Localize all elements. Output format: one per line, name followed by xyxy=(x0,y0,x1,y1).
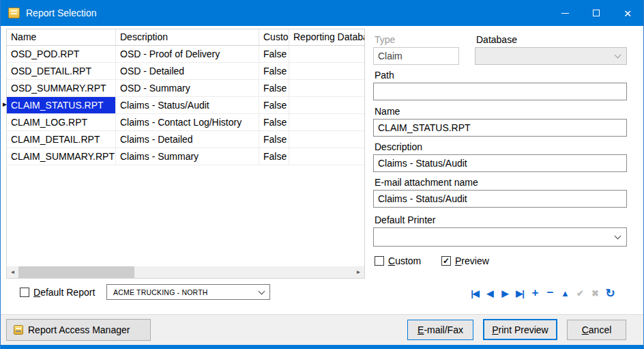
post-edit-button[interactable]: ✔ xyxy=(572,285,587,301)
report-grid: Name Description Custo Reporting Databa … xyxy=(6,29,365,279)
first-record-button[interactable]: |◀ xyxy=(467,285,482,301)
cell-description[interactable]: Claims - Contact Log/History xyxy=(116,114,259,131)
preview-checkbox[interactable]: ✓ xyxy=(441,256,451,266)
cancel-button[interactable]: Cancel xyxy=(567,320,626,340)
cell-reporting-database[interactable] xyxy=(289,97,364,114)
cell-reporting-database[interactable] xyxy=(289,148,364,165)
column-header-custom[interactable]: Custo xyxy=(259,29,289,45)
company-combo[interactable]: ACME TRUCKING - NORTH xyxy=(106,284,270,300)
name-label: Name xyxy=(375,106,400,117)
cell-reporting-database[interactable] xyxy=(289,80,364,97)
cell-reporting-database[interactable] xyxy=(289,46,364,63)
custom-label: Custom xyxy=(388,255,421,266)
grid-header: Name Description Custo Reporting Databa xyxy=(7,29,364,46)
cell-name[interactable]: OSD_POD.RPT xyxy=(7,46,116,63)
cell-custom[interactable]: False xyxy=(259,63,289,80)
next-record-button[interactable]: ▶ xyxy=(497,285,512,301)
bottom-bar: Report Access Manager E-mail/Fax Print P… xyxy=(1,314,643,345)
description-field[interactable] xyxy=(373,154,627,172)
cell-name[interactable]: CLAIM_SUMMARY.RPT xyxy=(7,148,116,165)
cell-description[interactable]: OSD - Proof of Delivery xyxy=(116,46,259,63)
cell-custom[interactable]: False xyxy=(259,80,289,97)
cell-custom[interactable]: False xyxy=(259,97,289,114)
table-row[interactable]: CLAIM_DETAIL.RPT Claims - Detailed False xyxy=(7,131,364,148)
cell-custom[interactable]: False xyxy=(259,148,289,165)
custom-option[interactable]: Custom xyxy=(375,255,421,266)
report-access-manager-label: Report Access Manager xyxy=(28,324,130,335)
table-row[interactable]: OSD_DETAIL.RPT OSD - Detailed False xyxy=(7,63,364,80)
selected-row-indicator-icon: ► xyxy=(1,100,8,108)
window-title: Report Selection xyxy=(26,8,97,18)
scrollbar-thumb[interactable] xyxy=(18,266,134,278)
window-controls: × xyxy=(549,0,643,26)
database-label: Database xyxy=(476,34,517,45)
table-row[interactable]: CLAIM_SUMMARY.RPT Claims - Summary False xyxy=(7,148,364,165)
email-attachment-field[interactable] xyxy=(373,190,627,208)
edit-record-button[interactable]: ▲ xyxy=(557,285,572,301)
default-report-checkbox[interactable] xyxy=(20,288,29,297)
maximize-icon xyxy=(593,10,600,16)
path-field[interactable] xyxy=(373,83,627,100)
scroll-right-icon[interactable]: ► xyxy=(353,266,364,278)
horizontal-scrollbar[interactable]: ◄ ► xyxy=(7,266,364,278)
type-field[interactable] xyxy=(373,47,459,65)
cell-description[interactable]: OSD - Summary xyxy=(116,80,259,97)
database-combo[interactable] xyxy=(475,47,627,65)
cell-name[interactable]: CLAIM_LOG.RPT xyxy=(7,114,116,131)
prior-record-button[interactable]: ◀ xyxy=(482,285,497,301)
minimize-button[interactable] xyxy=(549,0,581,26)
chevron-down-icon xyxy=(615,52,621,59)
cell-name[interactable]: CLAIM_DETAIL.RPT xyxy=(7,131,116,148)
cell-reporting-database[interactable] xyxy=(289,114,364,131)
delete-record-button[interactable]: − xyxy=(542,285,557,301)
cell-description[interactable]: OSD - Detailed xyxy=(116,63,259,80)
chevron-down-icon xyxy=(259,288,265,294)
report-access-icon xyxy=(14,325,23,335)
window-bottom-border xyxy=(1,345,643,349)
chevron-down-icon xyxy=(615,233,621,240)
cell-description[interactable]: Claims - Status/Audit xyxy=(116,97,259,114)
close-button[interactable]: × xyxy=(612,0,643,26)
cancel-edit-button[interactable]: ✖ xyxy=(587,285,602,301)
table-row[interactable]: CLAIM_LOG.RPT Claims - Contact Log/Histo… xyxy=(7,114,364,131)
default-report-option[interactable]: Default Report xyxy=(20,287,95,298)
cell-custom[interactable]: False xyxy=(259,131,289,148)
scrollbar-track[interactable] xyxy=(134,266,353,278)
column-header-reporting-database[interactable]: Reporting Databa xyxy=(289,29,364,45)
path-label: Path xyxy=(375,70,394,81)
description-label: Description xyxy=(375,141,422,152)
close-icon: × xyxy=(624,7,631,20)
default-printer-combo[interactable] xyxy=(373,227,627,247)
type-label: Type xyxy=(375,34,395,45)
preview-label: Preview xyxy=(455,255,489,266)
cell-name[interactable]: OSD_DETAIL.RPT xyxy=(7,63,116,80)
insert-record-button[interactable]: + xyxy=(527,285,542,301)
detail-panel: Type Database Path Name Description E-ma… xyxy=(373,29,627,310)
table-row[interactable]: OSD_POD.RPT OSD - Proof of Delivery Fals… xyxy=(7,46,364,63)
cell-name[interactable]: OSD_SUMMARY.RPT xyxy=(7,80,116,97)
report-access-manager-button[interactable]: Report Access Manager xyxy=(6,319,151,341)
cell-reporting-database[interactable] xyxy=(289,63,364,80)
default-printer-label: Default Printer xyxy=(375,214,435,225)
preview-option[interactable]: ✓ Preview xyxy=(441,255,489,266)
table-row-selected[interactable]: CLAIM_STATUS.RPT Claims - Status/Audit F… xyxy=(7,97,364,114)
column-header-description[interactable]: Description xyxy=(116,29,259,45)
cell-description[interactable]: Claims - Summary xyxy=(116,148,259,165)
cancel-label: Cancel xyxy=(582,324,612,335)
cell-name-selected[interactable]: CLAIM_STATUS.RPT xyxy=(7,97,116,114)
cell-description[interactable]: Claims - Detailed xyxy=(116,131,259,148)
email-fax-button[interactable]: E-mail/Fax xyxy=(407,320,473,340)
refresh-button[interactable]: ↻ xyxy=(602,285,617,301)
table-row[interactable]: OSD_SUMMARY.RPT OSD - Summary False xyxy=(7,80,364,97)
last-record-button[interactable]: ▶| xyxy=(512,285,527,301)
custom-checkbox[interactable] xyxy=(375,256,384,266)
cell-reporting-database[interactable] xyxy=(289,131,364,148)
scroll-left-icon[interactable]: ◄ xyxy=(7,266,18,278)
email-fax-label: E-mail/Fax xyxy=(418,324,463,335)
print-preview-button[interactable]: Print Preview xyxy=(483,319,557,340)
cell-custom[interactable]: False xyxy=(259,114,289,131)
cell-custom[interactable]: False xyxy=(259,46,289,63)
name-field[interactable] xyxy=(373,119,627,137)
maximize-button[interactable] xyxy=(581,0,612,26)
column-header-name[interactable]: Name xyxy=(7,29,116,45)
